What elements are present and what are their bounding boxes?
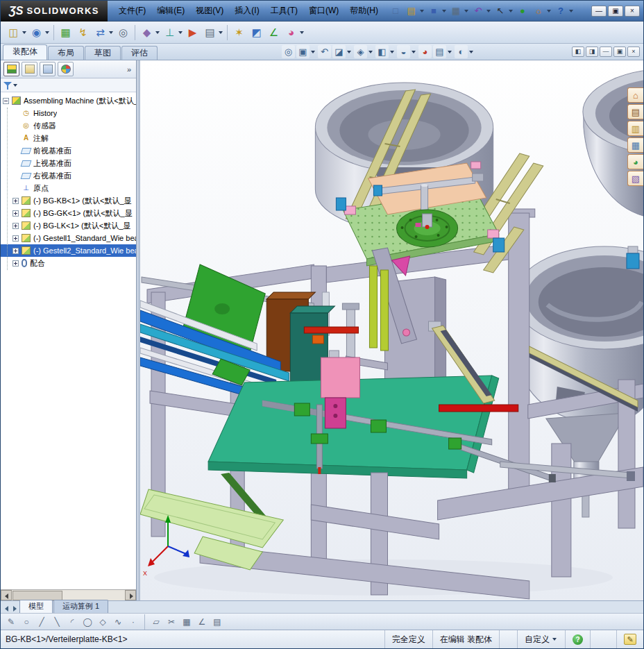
- plane-tool-icon[interactable]: ▱: [149, 615, 163, 629]
- panel-expand-chevron-icon[interactable]: »: [127, 65, 133, 74]
- apply-scene-icon[interactable]: ▤: [433, 45, 446, 58]
- pane-right-icon[interactable]: ◨: [586, 47, 598, 57]
- menu-insert[interactable]: 插入(I): [229, 2, 264, 19]
- design-library-icon[interactable]: ▤: [627, 104, 643, 119]
- view-settings-icon[interactable]: ◐: [455, 45, 468, 58]
- close-button[interactable]: ×: [625, 6, 640, 17]
- move-component-icon[interactable]: ⇄: [92, 24, 109, 41]
- trim-icon[interactable]: ✂: [164, 615, 178, 629]
- tree-item-origin[interactable]: ⊥ 原点: [1, 182, 136, 194]
- 3d-model-view[interactable]: X: [140, 60, 643, 600]
- section-view-icon[interactable]: ◪: [332, 45, 346, 58]
- mate-dropdown-icon[interactable]: [45, 31, 49, 34]
- assembly-features-icon[interactable]: ◆: [138, 24, 155, 41]
- expand-icon[interactable]: [12, 198, 19, 204]
- new-motion-study-icon[interactable]: ▶: [184, 24, 201, 41]
- menu-help[interactable]: 帮助(H): [344, 2, 384, 19]
- zoom-fit-icon[interactable]: ◎: [282, 45, 295, 58]
- scroll-right-icon[interactable]: [125, 590, 136, 600]
- grid-icon[interactable]: ▦: [180, 615, 194, 629]
- appearances-dropdown-icon[interactable]: [300, 31, 304, 34]
- expand-icon[interactable]: [12, 210, 19, 217]
- display-style-icon[interactable]: ◧: [375, 45, 389, 58]
- doc-tab-scroll-right-icon[interactable]: [11, 603, 19, 613]
- interference-detection-icon[interactable]: ◩: [248, 24, 265, 41]
- point-icon[interactable]: ∙: [126, 615, 140, 629]
- sketch-icon[interactable]: ✎: [4, 615, 18, 629]
- tree-item-bg-gk[interactable]: (-) BG-GK<1> (默认<默认_显: [1, 207, 136, 219]
- appearances-icon[interactable]: ◕: [282, 24, 300, 41]
- undo-icon[interactable]: ↶: [471, 3, 486, 19]
- tree-item-bg-kb[interactable]: (-) BG-KB<1> (默认<默认_显: [1, 194, 136, 207]
- tab-layout[interactable]: 布局: [48, 46, 84, 60]
- collapse-icon[interactable]: [3, 98, 9, 104]
- expand-icon[interactable]: [12, 248, 19, 254]
- open-dropdown-icon[interactable]: [420, 10, 424, 12]
- tree-item-gestell1[interactable]: (-) Gestell1_Standard_Wie bear: [1, 232, 136, 244]
- save-dropdown-icon[interactable]: [442, 10, 446, 12]
- filter-dropdown-icon[interactable]: [13, 84, 17, 87]
- expand-icon[interactable]: [12, 260, 19, 267]
- smart-fasteners-icon[interactable]: ↯: [74, 24, 92, 41]
- scroll-left-icon[interactable]: [1, 590, 12, 600]
- assembly-features-dropdown-icon[interactable]: [155, 31, 160, 34]
- tree-item-mates[interactable]: 配合: [1, 257, 136, 269]
- tree-root[interactable]: Assembling Machine (默认<默认_显: [1, 94, 136, 107]
- save-icon[interactable]: ■: [426, 3, 441, 19]
- maximize-button[interactable]: ▣: [608, 6, 623, 17]
- edit-appearance-icon[interactable]: ◕: [418, 45, 432, 58]
- rebuild-icon[interactable]: ●: [515, 3, 530, 19]
- reference-geometry-icon[interactable]: ⊥: [161, 24, 178, 41]
- doc-tab-scroll-left-icon[interactable]: [3, 603, 11, 613]
- graphics-viewport[interactable]: X ⌂ ▤ ▥ ▦ ◕ ▧: [140, 60, 643, 600]
- linear-component-pattern-icon[interactable]: ▦: [57, 24, 74, 41]
- solidworks-resources-icon[interactable]: ⌂: [627, 87, 643, 103]
- select-icon[interactable]: ↖: [493, 3, 508, 19]
- tree-item-top-plane[interactable]: 上视基准面: [1, 157, 136, 169]
- arc-icon[interactable]: ◜: [65, 615, 79, 629]
- tab-evaluate[interactable]: 评估: [121, 46, 158, 60]
- tree-item-right-plane[interactable]: 右视基准面: [1, 169, 136, 182]
- zoom-dropdown-icon[interactable]: [311, 51, 315, 53]
- open-icon[interactable]: ▤: [404, 3, 419, 19]
- doc-minimize-button[interactable]: —: [600, 47, 612, 57]
- minimize-button[interactable]: —: [591, 6, 607, 17]
- exploded-view-icon[interactable]: ✶: [230, 24, 248, 41]
- help-dropdown-icon[interactable]: [569, 10, 573, 12]
- circle-icon[interactable]: ○: [19, 615, 33, 629]
- menu-view[interactable]: 视图(V): [190, 2, 229, 19]
- tree-item-sensors[interactable]: ◎ 传感器: [1, 119, 136, 132]
- insert-components-dropdown-icon[interactable]: [22, 31, 26, 34]
- options-dropdown-icon[interactable]: [547, 10, 551, 12]
- scroll-thumb[interactable]: [12, 591, 62, 600]
- centerline-icon[interactable]: ╲: [50, 615, 64, 629]
- line-icon[interactable]: ╱: [35, 615, 49, 629]
- polygon-icon[interactable]: ◇: [96, 615, 110, 629]
- configuration-manager-tab[interactable]: [40, 62, 56, 76]
- property-manager-tab[interactable]: [22, 62, 37, 76]
- tree-item-annotations[interactable]: A 注解: [1, 132, 136, 144]
- menu-tools[interactable]: 工具(T): [265, 2, 303, 19]
- view-settings-dropdown-icon[interactable]: [469, 51, 473, 53]
- tree-item-front-plane[interactable]: 前视基准面: [1, 144, 136, 157]
- status-custom-dropdown[interactable]: 自定义: [518, 630, 566, 648]
- ellipse-icon[interactable]: ◯: [80, 615, 94, 629]
- hide-show-items-icon[interactable]: ◒: [397, 45, 410, 58]
- previous-view-icon[interactable]: ↶: [318, 45, 331, 58]
- tab-motion-study[interactable]: 运动算例 1: [53, 600, 108, 613]
- feature-manager-tab[interactable]: [3, 62, 19, 76]
- options-icon[interactable]: ☼: [531, 3, 546, 19]
- help-icon[interactable]: ?: [553, 3, 568, 19]
- hide-show-dropdown-icon[interactable]: [412, 51, 416, 53]
- doc-close-button[interactable]: ×: [627, 47, 640, 57]
- bill-of-materials-icon[interactable]: ▤: [201, 24, 219, 41]
- doc-restore-button[interactable]: ▣: [613, 47, 626, 57]
- menu-edit[interactable]: 编辑(E): [151, 2, 190, 19]
- print-icon[interactable]: ▦: [448, 3, 464, 19]
- insert-components-icon[interactable]: ◫: [5, 24, 22, 41]
- tab-sketch[interactable]: 草图: [85, 46, 121, 60]
- expand-icon[interactable]: [12, 223, 19, 229]
- tab-assembly[interactable]: 装配体: [3, 44, 47, 60]
- pane-left-icon[interactable]: ◧: [572, 47, 584, 57]
- menu-file[interactable]: 文件(F): [113, 2, 151, 19]
